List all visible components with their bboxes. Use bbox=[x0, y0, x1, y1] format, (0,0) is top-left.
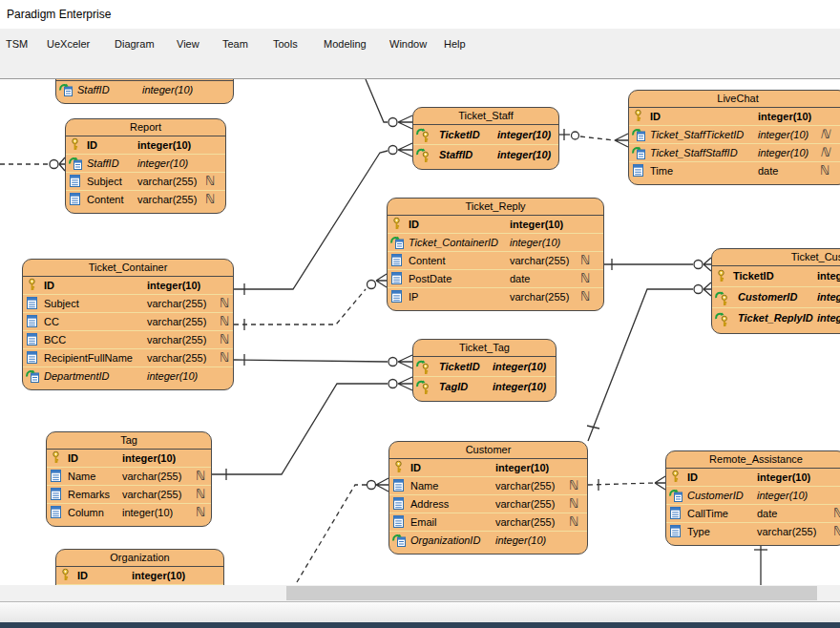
entity-staff-fragment[interactable]: StaffIDinteger(10) bbox=[55, 79, 234, 104]
column-row[interactable]: IPvarchar(255)ℕ bbox=[388, 287, 603, 305]
column-name: Name bbox=[410, 477, 438, 494]
entity-remote-assistance[interactable]: Remote_AssistanceIDinteger(10)CustomerID… bbox=[665, 450, 840, 546]
column-name: TagID bbox=[439, 377, 468, 396]
column-row[interactable]: Contentvarchar(255)ℕ bbox=[388, 251, 603, 269]
column-row[interactable]: IDinteger(10) bbox=[23, 277, 233, 294]
foreign-key-icon bbox=[390, 236, 407, 250]
column-type: integer(10) bbox=[495, 459, 549, 476]
column-row[interactable]: CustomerIDinteger(10) bbox=[712, 286, 840, 307]
horizontal-scrollbar-thumb[interactable] bbox=[286, 586, 817, 600]
column-row[interactable]: IDinteger(10) bbox=[629, 108, 840, 125]
menu-item-uexceler[interactable]: UeXceler bbox=[43, 35, 94, 52]
column-row[interactable]: Subjectvarchar(255)ℕ bbox=[66, 172, 225, 190]
entity-tag[interactable]: TagIDinteger(10)Namevarchar(255)ℕRemarks… bbox=[46, 431, 212, 527]
column-name: Ticket_StaffStaffID bbox=[650, 144, 738, 161]
foreign-key-icon bbox=[669, 489, 685, 503]
column-icon bbox=[50, 506, 66, 520]
column-row[interactable]: IDinteger(10) bbox=[56, 567, 223, 584]
column-row[interactable]: Namevarchar(255)ℕ bbox=[389, 476, 587, 494]
column-row[interactable]: Addressvarchar(255)ℕ bbox=[389, 494, 587, 513]
column-name: Remarks bbox=[68, 486, 110, 503]
column-row[interactable]: Ticket_StaffTicketIDinteger(10)ℕ bbox=[629, 125, 840, 143]
entity-ticket-reply[interactable]: Ticket_ReplyIDinteger(10)Ticket_Containe… bbox=[387, 198, 604, 311]
column-row[interactable]: DepartmentIDinteger(10) bbox=[23, 366, 233, 385]
column-row[interactable]: TicketIDinteger(10) bbox=[712, 266, 840, 286]
menu-item-help[interactable]: Help bbox=[440, 35, 470, 52]
entity-ticket-tag[interactable]: Ticket_TagTicketIDinteger(10)TagIDintege… bbox=[412, 339, 556, 402]
column-icon bbox=[26, 333, 42, 347]
column-type: varchar(255) bbox=[137, 191, 197, 208]
column-name: ID bbox=[87, 136, 97, 154]
column-row[interactable]: StaffIDinteger(10) bbox=[413, 144, 558, 164]
column-row[interactable]: StaffIDinteger(10) bbox=[56, 81, 233, 98]
column-row[interactable]: IDinteger(10) bbox=[389, 459, 587, 476]
column-row[interactable]: Ticket_ReplyIDinteger(10) bbox=[712, 307, 840, 328]
primary-key-icon bbox=[669, 471, 685, 485]
entity-organization[interactable]: OrganizationIDinteger(10)ℕ bbox=[55, 549, 224, 585]
column-type: integer(10) bbox=[758, 108, 811, 125]
column-name: PostDate bbox=[409, 270, 452, 287]
foreign-key-icon bbox=[59, 83, 75, 97]
column-type: integer(10) bbox=[817, 287, 840, 307]
entity-ticket-container[interactable]: Ticket_ContainerIDinteger(10)Subjectvarc… bbox=[22, 259, 234, 390]
entity-title: Customer bbox=[389, 442, 587, 459]
column-row[interactable]: RecipientFullNamevarchar(255)ℕ bbox=[23, 348, 233, 366]
nullable-badge: ℕ bbox=[569, 495, 578, 513]
column-row[interactable]: Emailvarchar(255)ℕ bbox=[389, 513, 587, 531]
column-row[interactable]: IDinteger(10) bbox=[388, 216, 603, 233]
menu-item-view[interactable]: View bbox=[173, 35, 203, 52]
column-row[interactable]: TicketIDinteger(10) bbox=[413, 357, 556, 376]
column-row[interactable]: IDinteger(10) bbox=[47, 450, 211, 467]
column-name: Type bbox=[687, 523, 710, 540]
column-row[interactable]: BCCvarchar(255)ℕ bbox=[23, 330, 233, 348]
column-row[interactable]: CCvarchar(255)ℕ bbox=[23, 312, 233, 330]
menu-item-diagram[interactable]: Diagram bbox=[111, 35, 158, 52]
diagram-canvas[interactable]: StaffIDinteger(10)ReportIDinteger(10)Sta… bbox=[0, 79, 840, 585]
column-row[interactable]: TagIDinteger(10) bbox=[413, 376, 556, 396]
entity-livechat[interactable]: LiveChatIDinteger(10)Ticket_StaffTicketI… bbox=[628, 90, 840, 185]
column-name: ID bbox=[410, 459, 421, 476]
column-row[interactable]: IDinteger(10) bbox=[66, 136, 225, 154]
foreign-key-icon bbox=[632, 128, 648, 142]
column-row[interactable]: CustomerIDinteger(10) bbox=[666, 486, 840, 504]
column-name: CustomerID bbox=[687, 487, 744, 504]
nullable-badge: ℕ bbox=[833, 523, 840, 540]
column-row[interactable]: CallTimedateℕ bbox=[666, 504, 840, 522]
entity-customer[interactable]: CustomerIDinteger(10)Namevarchar(255)ℕAd… bbox=[388, 441, 588, 555]
column-type: integer(10) bbox=[137, 136, 191, 154]
column-type: integer(10) bbox=[142, 81, 193, 98]
column-row[interactable]: Columninteger(10)ℕ bbox=[47, 503, 211, 521]
menu-item-window[interactable]: Window bbox=[386, 35, 430, 52]
menu-item-modeling[interactable]: Modeling bbox=[320, 35, 370, 52]
menu-item-tools[interactable]: Tools bbox=[269, 35, 302, 52]
column-row[interactable]: StaffIDinteger(10) bbox=[66, 154, 225, 172]
column-row[interactable]: Contentvarchar(255)ℕ bbox=[66, 190, 225, 208]
column-name: Address bbox=[410, 495, 449, 513]
column-row[interactable]: Remarksvarchar(255)ℕ bbox=[47, 485, 211, 503]
column-row[interactable]: Ticket_StaffStaffIDinteger(10)ℕ bbox=[629, 143, 840, 161]
column-name: Subject bbox=[44, 295, 79, 312]
column-type: integer(10) bbox=[758, 126, 808, 143]
column-row[interactable]: OrganizationIDinteger(10) bbox=[389, 531, 587, 549]
menu-item-team[interactable]: Team bbox=[219, 35, 252, 52]
column-row[interactable]: IDinteger(10) bbox=[666, 469, 840, 486]
entity-ticket-staff[interactable]: Ticket_StaffTicketIDinteger(10)StaffIDin… bbox=[412, 107, 559, 170]
column-row[interactable]: Ticket_ContainerIDinteger(10) bbox=[388, 233, 603, 251]
column-row[interactable]: TicketIDinteger(10) bbox=[413, 125, 558, 144]
column-type: date bbox=[510, 270, 530, 287]
entity-ticket-customer[interactable]: Ticket_CustomerTicketIDinteger(10)Custom… bbox=[711, 248, 840, 334]
entity-title: LiveChat bbox=[629, 91, 840, 108]
column-type: integer(10) bbox=[493, 357, 546, 376]
column-icon bbox=[392, 515, 409, 530]
entity-report[interactable]: ReportIDinteger(10)StaffIDinteger(10)Sub… bbox=[65, 118, 226, 214]
column-row[interactable]: Namevarchar(255)ℕ bbox=[47, 467, 211, 485]
column-row[interactable]: Subjectvarchar(255)ℕ bbox=[23, 294, 233, 312]
horizontal-scrollbar[interactable] bbox=[0, 585, 840, 601]
column-row[interactable]: Timedateℕ bbox=[629, 161, 840, 179]
column-name: IP bbox=[409, 288, 418, 305]
column-row[interactable]: PostDatedateℕ bbox=[388, 269, 603, 287]
column-type: integer(10) bbox=[757, 487, 808, 504]
menu-item-tsm[interactable]: TSM bbox=[2, 35, 32, 52]
column-type: date bbox=[758, 162, 778, 179]
column-row[interactable]: Typevarchar(255)ℕ bbox=[666, 522, 840, 540]
